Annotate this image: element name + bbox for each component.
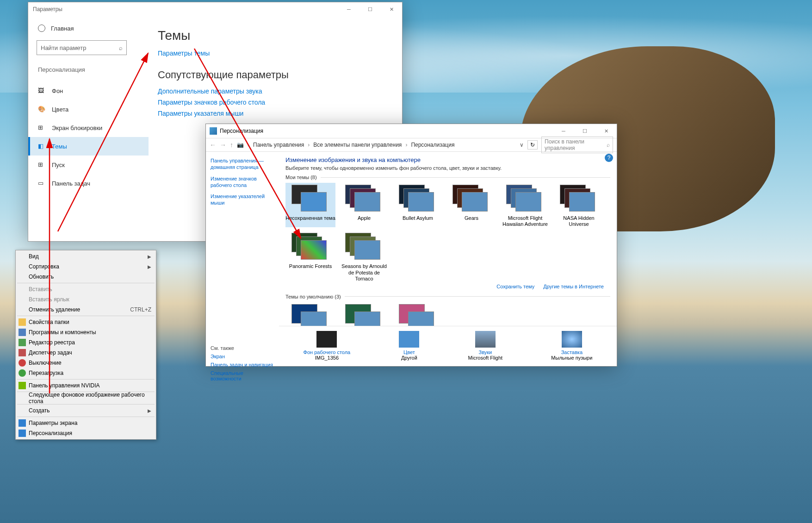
gear-icon [38, 25, 45, 32]
home-button[interactable]: Главная [37, 25, 149, 32]
lock-icon: ⊞ [38, 124, 45, 131]
more-themes-link[interactable]: Другие темы в Интернете [543, 284, 604, 289]
ctx-next-wallpaper[interactable]: Следующее фоновое изображение рабочего с… [17, 393, 155, 403]
ctx-programs[interactable]: Программы и компоненты [17, 327, 155, 337]
control-panel-search[interactable]: Поиск в панели управления⌕ [541, 137, 613, 153]
shortcut-label: CTRL+Z [130, 306, 151, 313]
ctx-taskmgr[interactable]: Диспетчер задач [17, 348, 155, 358]
desktop-icons-link[interactable]: Изменение значков рабочего стола [211, 175, 274, 189]
ease-access-link[interactable]: Специальные возможности [211, 370, 274, 381]
maximize-button[interactable]: ☐ [360, 2, 381, 16]
theme-item[interactable]: Apple [339, 183, 389, 227]
color-button[interactable]: ЦветДругой [399, 331, 419, 361]
search-icon: ⌕ [119, 44, 123, 51]
breadcrumb-icon: 📷 [237, 142, 244, 148]
theme-item[interactable]: Gears [446, 183, 496, 227]
breadcrumb[interactable]: Панель управления [253, 142, 304, 148]
ctx-paste: Вставить [17, 284, 155, 294]
ctx-display-settings[interactable]: Параметры экрана [17, 418, 155, 428]
theme-item[interactable]: Microsoft Flight Hawaiian Adventure [500, 183, 550, 227]
ctx-paste-shortcut: Вставить ярлык [17, 294, 155, 305]
theme-settings-link[interactable]: Параметры темы [158, 50, 393, 57]
nav-taskbar[interactable]: ▭Панель задач [28, 174, 149, 193]
theme-item[interactable] [393, 302, 443, 326]
cp-home-link[interactable]: Панель управления — домашняя страница [211, 157, 274, 171]
theme-components-bar: Фон рабочего столаIMG_1356 ЦветДругой Зв… [279, 326, 617, 366]
ctx-sort[interactable]: Сортировка▶ [17, 262, 155, 272]
settings-titlebar: Параметры ─ ☐ ✕ [28, 2, 402, 16]
home-label: Главная [51, 25, 74, 32]
wallpaper-icon [316, 331, 337, 348]
power-icon [19, 359, 26, 367]
refresh-button[interactable]: ↻ [527, 140, 538, 149]
sounds-button[interactable]: ЗвукиMicrosoft Flight [468, 331, 503, 361]
programs-icon [19, 329, 26, 336]
theme-item[interactable] [285, 302, 335, 326]
mouse-pointers-link[interactable]: Изменение указателей мыши [211, 193, 274, 206]
up-button[interactable]: ↑ [230, 141, 233, 149]
control-panel-icon [210, 127, 217, 135]
nav-background[interactable]: 🖼Фон [28, 81, 149, 100]
desktop-icons-link[interactable]: Параметры значков рабочего стола [158, 99, 393, 106]
separator [17, 316, 155, 316]
nav-lock-screen[interactable]: ⊞Экран блокировки [28, 118, 149, 137]
nav-start[interactable]: ⊞Пуск [28, 156, 149, 174]
screensaver-button[interactable]: ЗаставкаМыльные пузыри [551, 331, 592, 361]
display-link[interactable]: Экран [211, 354, 274, 359]
close-button[interactable]: ✕ [381, 2, 402, 16]
minimize-button[interactable]: ─ [553, 124, 574, 138]
ctx-reboot[interactable]: Перезагрузка [17, 368, 155, 378]
ctx-refresh[interactable]: Обновить [17, 272, 155, 282]
taskbar-icon: ▭ [38, 180, 45, 187]
address-dropdown[interactable]: ∨ [520, 142, 524, 148]
color-swatch-icon [399, 331, 419, 348]
ctx-personalize[interactable]: Персонализация [17, 428, 155, 438]
separator [17, 283, 155, 283]
theme-item[interactable]: NASA Hidden Universe [554, 183, 604, 227]
folder-icon [19, 318, 26, 326]
start-icon: ⊞ [38, 161, 45, 168]
close-button[interactable]: ✕ [595, 124, 617, 138]
page-heading: Изменение изображения и звука на компьют… [285, 156, 610, 163]
ctx-create[interactable]: Создать▶ [17, 405, 155, 416]
breadcrumb[interactable]: Все элементы панели управления [313, 142, 402, 148]
wallpaper-button[interactable]: Фон рабочего столаIMG_1356 [304, 331, 351, 361]
ctx-nvidia[interactable]: Панель управления NVIDIA [17, 380, 155, 391]
theme-item[interactable] [339, 302, 389, 326]
search-placeholder: Найти параметр [41, 44, 86, 51]
theme-item[interactable]: Bullet Asylum [393, 183, 443, 227]
picture-icon: 🖼 [38, 87, 45, 94]
taskbar-nav-link[interactable]: Панель задач и навигация [211, 362, 274, 367]
chevron-right-icon: ▶ [148, 254, 151, 259]
taskmgr-icon [19, 349, 26, 356]
theme-item[interactable]: Panoramic Forests [285, 231, 335, 282]
minimize-button[interactable]: ─ [338, 2, 360, 16]
sounds-icon [475, 331, 496, 348]
page-title: Темы [158, 28, 393, 43]
ctx-view[interactable]: Вид▶ [17, 251, 155, 262]
breadcrumb[interactable]: Персонализация [411, 142, 454, 148]
section-label: Персонализация [37, 66, 149, 73]
back-button[interactable]: ← [210, 141, 216, 149]
maximize-button[interactable]: ☐ [574, 124, 595, 138]
ctx-folder-props[interactable]: Свойства папки [17, 317, 155, 327]
mouse-pointer-link[interactable]: Параметры указателя мыши [158, 110, 393, 117]
separator [17, 417, 155, 417]
nav-colors[interactable]: 🎨Цвета [28, 100, 149, 118]
theme-item[interactable]: Несохраненная тема [285, 183, 335, 227]
search-input[interactable]: Найти параметр ⌕ [37, 40, 127, 55]
personalize-icon [19, 430, 26, 437]
sound-settings-link[interactable]: Дополнительные параметры звука [158, 87, 393, 95]
desktop-context-menu: Вид▶ Сортировка▶ Обновить Вставить Встав… [15, 250, 156, 440]
save-theme-link[interactable]: Сохранить тему [496, 284, 534, 289]
theme-item[interactable]: Seasons by Arnould de Potesta de Tornaco [339, 231, 389, 282]
settings-sidebar: Главная Найти параметр ⌕ Персонализация … [28, 16, 149, 241]
nav-themes[interactable]: ◧Темы [28, 137, 149, 156]
ctx-shutdown[interactable]: Выключение [17, 358, 155, 368]
ctx-undo[interactable]: Отменить удалениеCTRL+Z [17, 305, 155, 315]
ctx-regedit[interactable]: Редактор реестра [17, 337, 155, 348]
my-themes-header: Мои темы (8) [285, 174, 317, 180]
forward-button[interactable]: → [220, 141, 226, 149]
monitor-icon [19, 419, 26, 427]
palette-icon: 🎨 [38, 106, 45, 113]
